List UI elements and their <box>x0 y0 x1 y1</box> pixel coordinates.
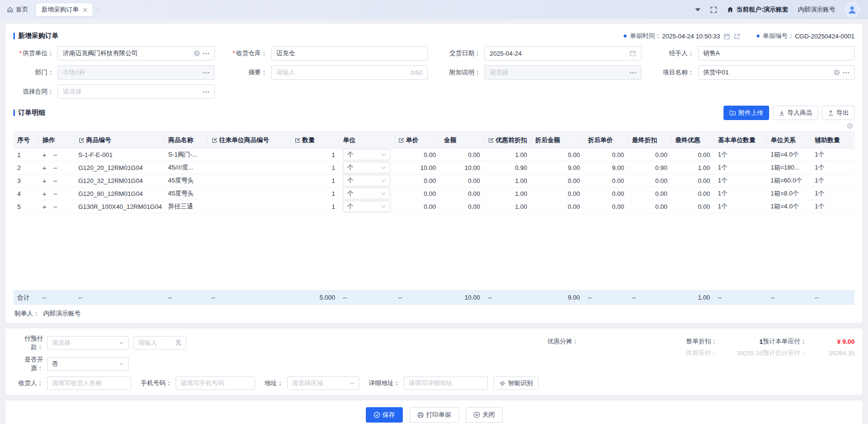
payment-section: 付预付款： 请选择 请输入 元 是否开票： 否 收货人： 请填写收货人名称 手机… <box>6 328 862 395</box>
cell-ops: +− <box>38 161 74 174</box>
totals-table: 合计--------5.000----10.00--9.00----1.00--… <box>13 290 855 305</box>
prepay-amount-input[interactable]: 请输入 元 <box>133 336 186 350</box>
remove-row-button[interactable]: − <box>53 203 58 211</box>
doc-time-value: 2025-04-24 10:50:33 <box>662 33 720 40</box>
doc-time-edit-icon[interactable] <box>734 32 740 40</box>
address-detail-label: 详细地址： <box>369 379 400 388</box>
contract-input[interactable]: 请选择 <box>58 85 215 99</box>
col-header-base_qty: 基本单位数量 <box>714 132 767 148</box>
unit-select[interactable]: 个 <box>343 188 390 199</box>
cell-aux_qty: 1个 <box>811 148 850 161</box>
cell-pre_discount: 1.00 <box>484 200 531 213</box>
account-name[interactable]: 内部演示账号 <box>798 5 835 14</box>
delivery-date-input[interactable]: 2025-04-24 <box>484 46 641 61</box>
summary-input[interactable]: 请输入 0/50 <box>271 65 428 80</box>
smart-recognition-button[interactable]: 智能识别 <box>494 376 539 390</box>
chevron-down-icon <box>119 341 124 345</box>
remove-row-button[interactable]: − <box>53 151 58 159</box>
cell-price: 0.00 <box>394 148 440 161</box>
more-icon[interactable] <box>203 91 209 93</box>
unit-select[interactable]: 个 <box>343 162 390 173</box>
tab-new-purchase-order[interactable]: 新增采购订单 <box>36 3 93 16</box>
clear-icon[interactable] <box>833 69 840 76</box>
attachment-upload-button[interactable]: 附件上传 <box>723 106 769 120</box>
prepay-select[interactable]: 请选择 <box>47 336 129 350</box>
home-link[interactable]: 首页 <box>7 5 28 14</box>
cell-ops: +− <box>38 148 74 161</box>
address-detail-input[interactable]: 请填写详细地址 <box>404 376 488 390</box>
close-button[interactable]: 关闭 <box>466 407 503 423</box>
col-header-qty: 数量 <box>290 132 339 148</box>
clear-icon[interactable] <box>193 50 200 57</box>
invoice-select[interactable]: 否 <box>47 357 129 371</box>
phone-input[interactable]: 请填写手机号码 <box>176 376 255 390</box>
cell-name: 45度弯头 <box>164 174 207 187</box>
handler-input[interactable]: 销售A <box>698 46 855 61</box>
add-row-button[interactable]: + <box>42 190 47 198</box>
add-row-button[interactable]: + <box>42 177 47 185</box>
home-label: 首页 <box>16 5 28 14</box>
add-row-button[interactable]: + <box>42 164 47 172</box>
col-header-partner_code: 往来单位商品编号 <box>207 132 290 148</box>
region-select[interactable]: 请选择区域 <box>287 376 359 390</box>
project-input[interactable]: 供货中01 <box>698 65 855 80</box>
total-unit_relation: -- <box>767 290 811 305</box>
total-base_qty: -- <box>714 290 767 305</box>
extra-note-label: 附加说明： <box>440 68 484 77</box>
current-tenant[interactable]: 当前租户:演示账套 <box>727 5 788 14</box>
unit-select[interactable]: 个 <box>343 201 390 212</box>
more-icon[interactable] <box>203 72 209 73</box>
cell-price_after: 0.00 <box>584 187 628 200</box>
discount-share-label: 优惠分摊： <box>547 337 619 346</box>
cell-price_after: 0.00 <box>584 200 628 213</box>
cell-amount: 0.00 <box>440 200 484 213</box>
cell-name: 异径三通 <box>164 200 207 213</box>
more-icon[interactable] <box>630 72 636 73</box>
add-row-button[interactable]: + <box>42 203 47 211</box>
doc-time-calendar-icon[interactable] <box>723 32 730 40</box>
fullscreen-icon[interactable] <box>710 6 717 13</box>
order-items-table: 序号操作商品编号商品名称往来单位商品编号数量单位单价金额优惠前折扣折后金额折后单… <box>13 132 855 213</box>
import-products-button[interactable]: 导入商品 <box>773 106 818 120</box>
cell-unit_relation: 1箱=60.0个 <box>767 174 811 187</box>
save-button[interactable]: 保存 <box>366 407 403 423</box>
field-delivery-date: 交货日期： 2025-04-24 <box>440 46 641 61</box>
cell-base_qty: 1个 <box>714 200 767 213</box>
check-circle-icon <box>374 412 380 418</box>
delivery-date-label: 交货日期： <box>440 49 484 58</box>
unit-select[interactable]: 个 <box>343 175 390 186</box>
remove-row-button[interactable]: − <box>53 177 58 185</box>
cell-seq: 1 <box>13 148 38 161</box>
department-input[interactable]: 市场1科 <box>58 65 215 80</box>
remove-row-button[interactable]: − <box>53 190 58 198</box>
table-settings-gear-icon[interactable] <box>846 122 854 130</box>
cell-final_discount: 0.90 <box>628 161 671 174</box>
cell-ops: +− <box>38 187 74 200</box>
more-icon[interactable] <box>203 53 209 54</box>
total-partner_code: -- <box>207 290 290 305</box>
add-row-button[interactable]: + <box>42 151 47 159</box>
whole-discount-value[interactable]: 1 <box>717 338 763 345</box>
doc-time: 单据时间： 2025-04-24 10:50:33 <box>624 32 740 40</box>
edit-column-icon <box>398 137 404 143</box>
extra-note-input[interactable]: 请选择 <box>484 65 641 80</box>
cell-qty: 1 <box>290 161 339 174</box>
total-price_after: -- <box>584 290 628 305</box>
cell-partner_code <box>207 187 290 200</box>
close-circle-icon <box>473 412 480 418</box>
table-row: 3+−G120_32_12RM01G0445度弯头1个0.000.001.000… <box>13 174 855 187</box>
more-icon[interactable] <box>843 72 849 73</box>
supplier-input[interactable]: 济南迈克阀门科技有限公司 <box>58 46 215 61</box>
remove-row-button[interactable]: − <box>53 164 58 172</box>
tabs-dropdown-caret-icon[interactable] <box>695 8 700 12</box>
tab-close-icon[interactable] <box>83 8 87 12</box>
order-items-scroll-area[interactable]: 序号操作商品编号商品名称往来单位商品编号数量单位单价金额优惠前折扣折后金额折后单… <box>13 132 855 290</box>
export-button[interactable]: 导出 <box>822 106 855 120</box>
avatar[interactable] <box>845 2 859 17</box>
cell-amount_after: 0.00 <box>531 174 584 187</box>
unit-select[interactable]: 个 <box>343 149 390 160</box>
print-button[interactable]: 打印单据 <box>410 407 459 423</box>
recipient-input[interactable]: 请填写收货人名称 <box>47 376 131 390</box>
previous-due-value: 39255.35 <box>717 350 763 357</box>
warehouse-input[interactable]: 迈克仓 <box>271 46 428 61</box>
